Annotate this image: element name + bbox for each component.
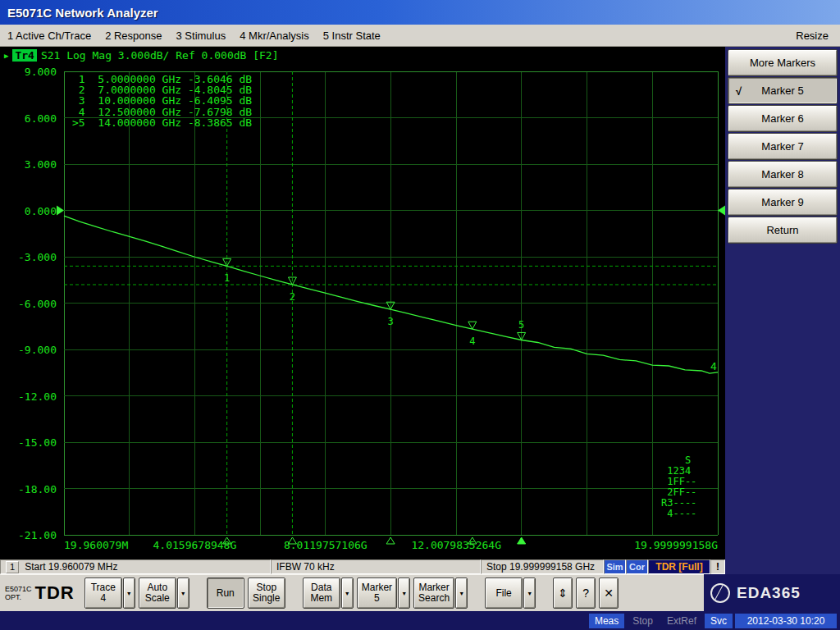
toolbar-dropdown-trace[interactable]: ▼ <box>123 578 135 609</box>
toolbar-button-updown-arrows[interactable]: ⇕ <box>553 578 573 609</box>
menu-instr-state[interactable]: 5 Instr State <box>323 30 381 42</box>
toolbar-group-marker: Marker5▼ <box>357 578 410 609</box>
y-axis-label: -18.00 <box>18 483 57 495</box>
sim-badge: Sim <box>604 559 626 574</box>
alert-indicator[interactable]: ! <box>710 559 725 574</box>
toolbar-group-run: Run <box>207 578 244 609</box>
toolbar-button-data-mem[interactable]: DataMem <box>303 578 340 609</box>
trace-badge[interactable]: Tr4 <box>12 49 36 62</box>
y-axis-label: -6.000 <box>18 298 57 310</box>
window-title: E5071C Network Analyzer <box>0 6 158 20</box>
menu-active-ch-trace[interactable]: 1 Active Ch/Trace <box>7 30 91 42</box>
toolbar-button-marker-search[interactable]: MarkerSearch <box>413 578 454 609</box>
softkey-marker-5-label: Marker 5 <box>761 84 803 97</box>
y-axis-label: -21.00 <box>18 529 57 541</box>
toolbar-dropdown-data-mem[interactable]: ▼ <box>341 578 354 609</box>
y-axis-label: -9.000 <box>18 344 57 356</box>
toolbar-button-run[interactable]: Run <box>207 578 244 609</box>
softkey-more-markers[interactable]: More Markers <box>728 49 838 76</box>
toolbar-button-help[interactable]: ? <box>576 578 596 609</box>
marker-3-number: 3 <box>387 316 393 327</box>
softkey-marker-6[interactable]: Marker 6 <box>728 105 838 132</box>
system-statusbar: Meas Stop ExtRef Svc 2012-03-30 10:20 <box>0 611 840 630</box>
status-svc[interactable]: Svc <box>705 614 733 628</box>
toolbar-dropdown-marker[interactable]: ▼ <box>398 578 410 609</box>
brand-model: E5071C <box>5 585 32 593</box>
trace-header: ▶ Tr4 S21 Log Mag 3.000dB/ Ref 0.000dB [… <box>4 49 279 62</box>
y-axis-label: -3.000 <box>18 251 57 263</box>
plot-area: ▶ Tr4 S21 Log Mag 3.000dB/ Ref 0.000dB [… <box>0 47 725 559</box>
marker-4-number: 4 <box>469 336 475 347</box>
y-axis-label: 9.000 <box>25 66 57 78</box>
ref-level-arrow-left-icon <box>57 206 64 216</box>
marker-readout-row: 4 12.500000 GHz -7.6798 dB <box>72 107 252 117</box>
toolbar-group-help: ? <box>576 578 596 609</box>
softkey-marker-5[interactable]: √Marker 5 <box>728 77 838 104</box>
brand-tdr: TDR <box>35 582 75 604</box>
status-meas[interactable]: Meas <box>589 614 624 628</box>
toolbar-button-auto-scale[interactable]: AutoScale <box>139 578 176 609</box>
trace-format-info: S21 Log Mag 3.000dB/ Ref 0.000dB [F2] <box>41 49 279 62</box>
softkey-panel: More Markers √Marker 5 Marker 6 Marker 7… <box>725 47 840 559</box>
x-axis-label: 12.0079835264G <box>411 539 501 551</box>
softkey-marker-8[interactable]: Marker 8 <box>728 161 838 188</box>
status-block-line: S <box>661 454 691 466</box>
y-axis-labels: 9.0006.0003.0000.000-3.000-6.000-9.000-1… <box>18 66 57 541</box>
cor-badge: Cor <box>626 559 648 574</box>
status-block-line: 4---- <box>661 508 696 519</box>
eda365-logo-icon <box>710 583 730 603</box>
trace-number-label: 4 <box>710 360 717 372</box>
toolbar-dropdown-marker-search[interactable]: ▼ <box>455 578 468 609</box>
ifbw-label: IFBW 70 kHz <box>276 561 335 573</box>
toolbar-group-trace: Trace4▼ <box>84 578 135 609</box>
instrument-model-label: E5071C OPT. TDR <box>5 582 75 604</box>
panel-filler <box>725 559 840 574</box>
toolbar-group-marker-search: MarkerSearch▼ <box>413 578 468 609</box>
softkey-marker-9[interactable]: Marker 9 <box>728 189 838 216</box>
toolbar-group-updown-arrows: ⇕ <box>553 578 573 609</box>
status-extref: ExtRef <box>661 614 702 628</box>
brand-opt: OPT. <box>5 593 32 601</box>
close-icon: ✕ <box>604 588 614 599</box>
ref-level-arrow-right-icon <box>718 206 725 216</box>
status-block-line: R3---- <box>661 497 696 509</box>
start-frequency-segment: 1 Start 19.960079 MHz <box>0 559 271 574</box>
start-frequency-label: Start 19.960079 MHz <box>25 561 117 573</box>
ifbw-segment: IFBW 70 kHz <box>271 559 481 574</box>
x-axis-label: 4.0159678948G <box>153 539 237 551</box>
toolbar-group-data-mem: DataMem▼ <box>303 578 354 609</box>
channel-trace-status-block: S 1234 1FF-- 2FF--R3---- 4---- <box>661 454 696 519</box>
stop-frequency-label: Stop 19.999999158 GHz <box>486 561 595 573</box>
status-block-line: 2FF-- <box>661 486 696 498</box>
window-titlebar: E5071C Network Analyzer <box>0 0 840 25</box>
measurement-statusbar: 1 Start 19.960079 MHz IFBW 70 kHz Stop 1… <box>0 559 725 574</box>
toolbar-button-stop-single[interactable]: StopSingle <box>248 578 285 609</box>
menu-stimulus[interactable]: 3 Stimulus <box>176 30 226 42</box>
marker-readout-row: >5 14.000000 GHz -8.3865 dB <box>72 117 252 128</box>
toolbar-button-file[interactable]: File <box>485 578 523 609</box>
toolbar-group-close: ✕ <box>599 578 619 609</box>
x-axis-label: 19.960079M <box>64 539 128 551</box>
y-axis-label: 6.000 <box>25 112 57 125</box>
toolbar-button-close[interactable]: ✕ <box>599 578 619 609</box>
softkey-return[interactable]: Return <box>728 217 838 244</box>
toolbar-buttons: Trace4▼AutoScale▼RunStopSingleDataMem▼Ma… <box>84 578 622 609</box>
toolbar-group-stop-single: StopSingle <box>248 578 285 609</box>
toolbar-button-marker[interactable]: Marker5 <box>357 578 397 609</box>
updown-arrows-icon: ⇕ <box>558 588 568 599</box>
tdr-mode-badge: TDR [Full] <box>648 559 710 574</box>
menu-mkr-analysis[interactable]: 4 Mkr/Analysis <box>240 30 309 42</box>
toolbar-dropdown-auto-scale[interactable]: ▼ <box>177 578 189 609</box>
toolbar-button-trace[interactable]: Trace4 <box>84 578 122 609</box>
softkey-marker-7[interactable]: Marker 7 <box>728 133 838 160</box>
menubar: 1 Active Ch/Trace 2 Response 3 Stimulus … <box>0 25 840 47</box>
toolbar-group-file: File▼ <box>485 578 536 609</box>
x-axis-labels: 19.960079M4.0159678948G8.0119757106G12.0… <box>64 539 718 551</box>
toolbar-dropdown-file[interactable]: ▼ <box>523 578 536 609</box>
grid-lines <box>64 71 718 535</box>
marker-1-number: 1 <box>224 272 230 284</box>
menu-response[interactable]: 2 Response <box>105 30 162 42</box>
status-stop: Stop <box>627 614 659 628</box>
checkmark-icon: √ <box>736 84 742 97</box>
menu-resize[interactable]: Resize <box>796 30 840 42</box>
